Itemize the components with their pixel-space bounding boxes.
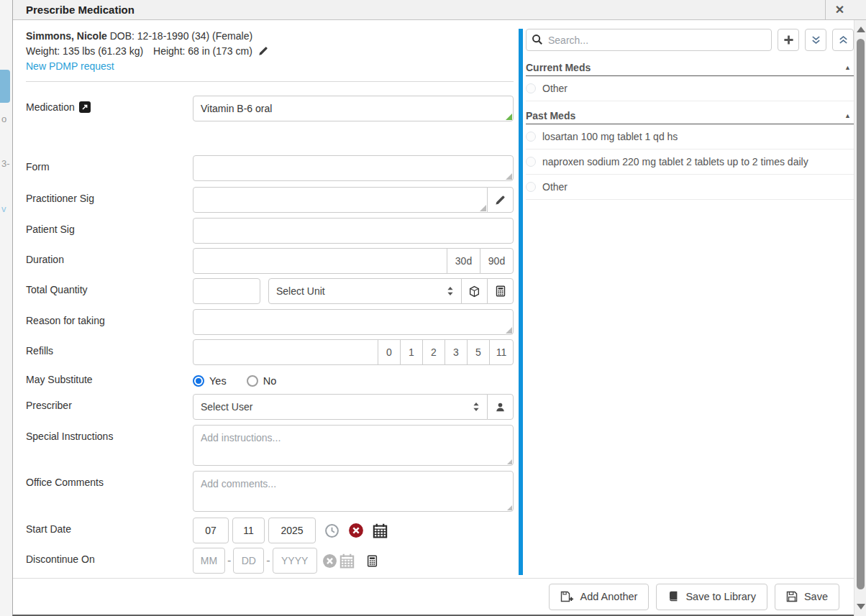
start-date-label: Start Date <box>26 523 71 535</box>
past-meds-item-naproxen[interactable]: naproxen sodium 220 mg tablet 2 tablets … <box>526 150 854 175</box>
form-input[interactable] <box>193 155 514 181</box>
form-label: Form <box>26 161 50 173</box>
reason-row: Reason for taking <box>26 309 514 335</box>
start-date-day-input[interactable] <box>232 518 265 543</box>
reason-label: Reason for taking <box>26 315 105 326</box>
patient-weight: Weight: 135 lbs (61.23 kg) <box>26 45 143 57</box>
close-button[interactable]: ✕ <box>825 0 854 20</box>
package-lookup-button[interactable] <box>461 278 488 304</box>
prescriber-select-value: Select User <box>201 401 252 413</box>
special-instructions-input[interactable] <box>193 425 514 466</box>
start-date-clock-icon[interactable] <box>324 523 339 538</box>
collapse-all-button[interactable] <box>805 29 826 51</box>
practitioner-sig-input[interactable] <box>193 187 488 213</box>
discontinue-on-label: Discontinue On <box>26 553 95 565</box>
save-to-library-button[interactable]: Save to Library <box>656 584 767 610</box>
total-quantity-label: Total Quantity <box>26 284 88 295</box>
unit-select[interactable]: Select Unit <box>268 278 462 304</box>
expand-all-button[interactable] <box>832 29 854 51</box>
prescriber-select[interactable]: Select User <box>193 394 488 420</box>
discontinue-day-input[interactable] <box>233 548 264 574</box>
edit-vitals-pencil-icon[interactable] <box>258 46 268 56</box>
refills-1-button[interactable]: 1 <box>400 339 423 365</box>
start-date-month-input[interactable] <box>193 518 229 543</box>
past-meds-item-losartan[interactable]: losartan 100 mg tablet 1 qd hs <box>526 124 854 150</box>
vertical-scrollbar[interactable] <box>854 20 866 616</box>
add-another-button[interactable]: Add Another <box>549 584 650 610</box>
scroll-up-arrow[interactable] <box>857 27 865 32</box>
patient-info-line2: Weight: 135 lbs (61.23 kg) Height: 68 in… <box>26 44 514 59</box>
meds-search-input[interactable] <box>526 29 772 51</box>
discontinue-month-input[interactable] <box>193 548 225 574</box>
substitute-no-radio[interactable]: No <box>247 375 277 387</box>
refills-label: Refills <box>26 345 53 357</box>
meds-search-row <box>526 29 854 51</box>
refills-row: Refills 0 1 2 3 5 11 <box>26 339 514 365</box>
duration-label: Duration <box>26 254 64 265</box>
duration-calculator-icon[interactable] <box>366 555 378 567</box>
duration-input[interactable] <box>193 248 447 274</box>
refills-input[interactable] <box>193 339 378 365</box>
discontinue-calendar-icon[interactable] <box>339 553 355 569</box>
reason-input[interactable] <box>193 309 514 335</box>
save-to-library-label: Save to Library <box>685 591 756 602</box>
practitioner-sig-row: Practitioner Sig <box>26 187 514 213</box>
scrollbar-thumb[interactable] <box>857 39 865 589</box>
add-med-button[interactable] <box>778 29 799 51</box>
substitute-yes-radio[interactable]: Yes <box>193 375 227 387</box>
medication-input[interactable]: Vitamin B-6 oral <box>193 96 514 121</box>
cube-icon <box>468 285 480 298</box>
select-prescriber-user-button[interactable] <box>487 394 514 420</box>
medication-row: Medication Vitamin B-6 oral <box>26 96 514 121</box>
substitute-no-label: No <box>263 375 277 387</box>
discontinue-on-row: Discontinue On - - <box>26 548 514 574</box>
refills-11-button[interactable]: 11 <box>489 339 514 365</box>
double-chevron-down-icon <box>811 35 821 45</box>
discontinue-year-input[interactable] <box>273 548 317 574</box>
background-fragment: o <box>1 114 6 124</box>
discontinue-clear-icon[interactable] <box>322 553 337 569</box>
collapse-triangle-icon: ▲ <box>844 64 854 71</box>
background-fragment <box>0 70 10 103</box>
start-date-clear-icon[interactable] <box>348 523 364 538</box>
may-substitute-row: May Substitute Yes No <box>26 372 514 390</box>
select-sort-arrows-icon <box>447 286 454 296</box>
background-fragment: v <box>1 203 6 214</box>
refills-3-button[interactable]: 3 <box>445 339 468 365</box>
refills-5-button[interactable]: 5 <box>467 339 490 365</box>
edit-sig-button[interactable] <box>487 187 514 213</box>
new-pdmp-request-link[interactable]: New PDMP request <box>26 60 114 72</box>
screen: o 3- v Prescribe Medication ✕ Simmons, N… <box>0 0 866 616</box>
current-meds-title: Current Meds <box>526 62 591 73</box>
duration-row: Duration 30d 90d <box>26 248 514 274</box>
current-meds-section-header[interactable]: Current Meds ▲ <box>526 59 854 76</box>
radio-unselected-icon <box>526 83 536 93</box>
office-comments-input[interactable] <box>193 471 514 512</box>
save-button[interactable]: Save <box>775 584 839 610</box>
office-comments-label: Office Comments <box>26 477 104 488</box>
past-meds-item-other[interactable]: Other <box>526 175 854 200</box>
external-link-icon[interactable] <box>79 101 91 113</box>
current-meds-item-other[interactable]: Other <box>526 76 854 101</box>
collapse-triangle-icon: ▲ <box>844 112 854 119</box>
substitute-yes-label: Yes <box>209 375 227 387</box>
duration-30d-button[interactable]: 30d <box>447 248 480 274</box>
book-icon <box>667 591 679 602</box>
patient-name: Simmons, Nicole <box>26 30 107 42</box>
prescription-form: Simmons, Nicole DOB: 12-18-1990 (34) (Fe… <box>26 29 514 574</box>
total-quantity-input[interactable] <box>193 278 260 304</box>
past-meds-section-header[interactable]: Past Meds ▲ <box>526 107 854 124</box>
floppy-save-icon <box>786 591 798 602</box>
modal-footer: Add Another Save to Library Save <box>13 578 854 615</box>
duration-90d-button[interactable]: 90d <box>480 248 514 274</box>
refills-0-button[interactable]: 0 <box>378 339 401 365</box>
patient-height: Height: 68 in (173 cm) <box>153 45 252 57</box>
start-date-calendar-icon[interactable] <box>373 523 388 538</box>
total-quantity-row: Total Quantity Select Unit <box>26 278 514 304</box>
start-date-year-input[interactable] <box>268 518 316 543</box>
refills-2-button[interactable]: 2 <box>422 339 445 365</box>
meds-panel: Current Meds ▲ Other Past Meds ▲ losarta… <box>526 29 854 200</box>
quantity-calculator-button[interactable] <box>487 278 514 304</box>
patient-sig-input[interactable] <box>193 218 514 244</box>
scroll-down-arrow[interactable] <box>857 604 865 610</box>
